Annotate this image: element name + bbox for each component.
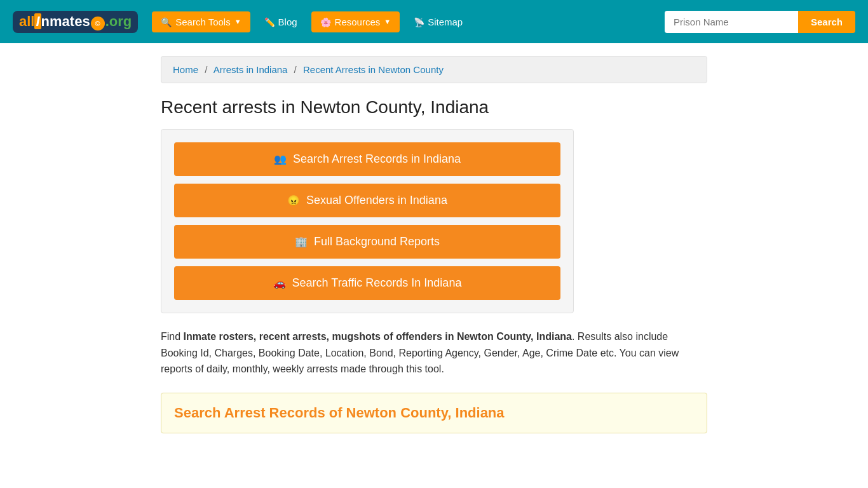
description-bold: Inmate rosters, recent arrests, mugshots… bbox=[184, 331, 572, 342]
offender-icon bbox=[287, 194, 300, 207]
sitemap-label: Sitemap bbox=[428, 17, 463, 27]
blog-label: Blog bbox=[278, 17, 297, 27]
search-arrest-records-button[interactable]: Search Arrest Records in Indiana bbox=[174, 142, 560, 176]
action-buttons-box: Search Arrest Records in Indiana Sexual … bbox=[161, 129, 574, 313]
background-reports-label: Full Background Reports bbox=[314, 235, 440, 248]
search-section: Search Arrest Records of Newton County, … bbox=[161, 393, 707, 433]
description-text: Find Inmate rosters, recent arrests, mug… bbox=[161, 329, 707, 377]
resources-icon bbox=[320, 17, 331, 27]
chevron-down-icon-resources: ▼ bbox=[384, 18, 391, 25]
breadcrumb-sep-1: / bbox=[205, 64, 207, 75]
breadcrumb-sep-2: / bbox=[294, 64, 297, 75]
resources-label: Resources bbox=[335, 17, 381, 27]
sitemap-link[interactable]: Sitemap bbox=[407, 11, 469, 32]
header-search: Search bbox=[665, 11, 855, 33]
traffic-records-label: Search Traffic Records In Indiana bbox=[292, 276, 462, 290]
logo-text: allInmates©.org bbox=[19, 13, 132, 30]
users-icon bbox=[274, 152, 287, 166]
sexual-offenders-button[interactable]: Sexual Offenders in Indiana bbox=[174, 184, 560, 217]
car-icon bbox=[273, 276, 286, 290]
sexual-offenders-label: Sexual Offenders in Indiana bbox=[306, 194, 447, 207]
traffic-records-button[interactable]: Search Traffic Records In Indiana bbox=[174, 266, 560, 300]
prison-search-input[interactable] bbox=[665, 11, 798, 33]
search-tools-label: Search Tools bbox=[175, 17, 230, 27]
blog-icon bbox=[264, 17, 275, 27]
building-icon bbox=[295, 235, 308, 248]
search-section-title: Search Arrest Records of Newton County, … bbox=[174, 405, 694, 421]
breadcrumb-current: Recent Arrests in Newton County bbox=[303, 64, 444, 75]
search-arrest-label: Search Arrest Records in Indiana bbox=[293, 152, 461, 166]
logo[interactable]: allInmates©.org bbox=[13, 11, 138, 33]
chevron-down-icon: ▼ bbox=[234, 18, 241, 25]
breadcrumb: Home / Arrests in Indiana / Recent Arres… bbox=[161, 56, 707, 83]
page-title: Recent arrests in Newton County, Indiana bbox=[161, 97, 707, 118]
search-tools-icon bbox=[161, 17, 172, 27]
main-content: Home / Arrests in Indiana / Recent Arres… bbox=[148, 43, 720, 446]
header: allInmates©.org Search Tools ▼ Blog Reso… bbox=[0, 0, 868, 43]
breadcrumb-home[interactable]: Home bbox=[173, 64, 198, 75]
blog-link[interactable]: Blog bbox=[258, 11, 304, 32]
search-tools-button[interactable]: Search Tools ▼ bbox=[152, 11, 250, 32]
prison-search-button[interactable]: Search bbox=[798, 11, 855, 33]
resources-button[interactable]: Resources ▼ bbox=[311, 11, 400, 32]
full-background-reports-button[interactable]: Full Background Reports bbox=[174, 225, 560, 259]
description-prefix: Find bbox=[161, 331, 184, 342]
sitemap-icon bbox=[414, 17, 424, 27]
breadcrumb-arrests-indiana[interactable]: Arrests in Indiana bbox=[214, 64, 288, 75]
